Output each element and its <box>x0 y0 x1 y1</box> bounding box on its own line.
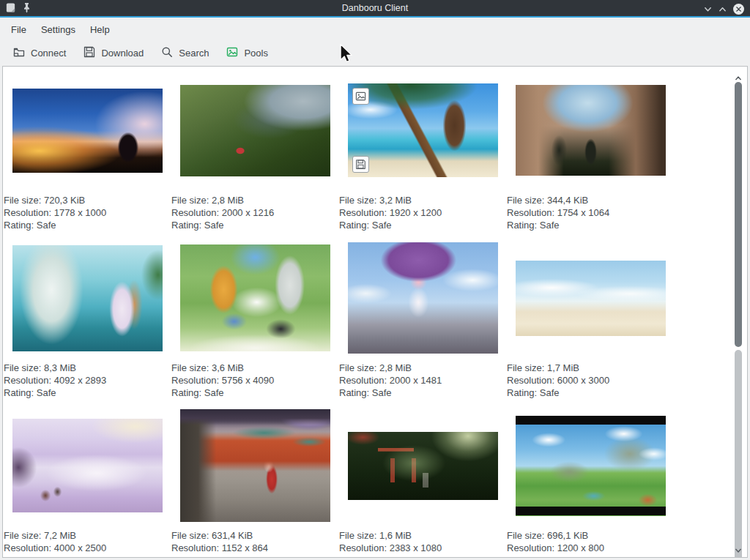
resolution-line: Resolution: 1200 x 800 <box>507 542 675 554</box>
search-button[interactable]: Search <box>155 42 215 64</box>
titlebar: Danbooru Client <box>0 0 750 18</box>
scroll-up-arrow-icon[interactable] <box>735 72 742 79</box>
post-thumbnail-box <box>4 407 171 524</box>
rating-line: Rating: Safe <box>171 387 339 399</box>
post-thumbnail-two-girls-picnic[interactable] <box>180 244 330 351</box>
minimize-button[interactable] <box>704 5 712 13</box>
resolution-line-label: Resolution: <box>4 375 51 386</box>
file-size-line-value: 696,1 KiB <box>547 530 588 541</box>
download-button[interactable]: Download <box>78 42 149 64</box>
file-size-line: File size: 1,6 MiB <box>339 529 507 542</box>
resolution-line: Resolution: 2383 x 1080 <box>339 542 507 554</box>
post-thumbnail-purple-snowy-mountain-hikers[interactable] <box>12 419 163 512</box>
rating-line-value: Safe <box>204 220 224 231</box>
file-size-line-value: 2,8 MiB <box>212 195 244 206</box>
file-size-line-value: 720,3 KiB <box>44 195 85 206</box>
scrollbar-groove[interactable] <box>735 350 742 558</box>
file-size-line-label: File size: <box>339 195 376 206</box>
file-size-line-label: File size: <box>507 530 544 541</box>
file-size-line-value: 8,3 MiB <box>44 362 76 373</box>
post-thumbnail-white-tornado-dragon-girl[interactable] <box>12 245 163 351</box>
close-button[interactable] <box>733 4 744 15</box>
file-size-line-value: 631,4 KiB <box>212 530 253 541</box>
post-thumbnail-dark-forest-torii-light[interactable] <box>348 432 498 500</box>
rating-line-value: Safe <box>372 387 392 398</box>
rating-line: Rating: Safe <box>4 387 171 399</box>
resolution-line-label: Resolution: <box>4 207 51 218</box>
scroll-down-arrow-icon[interactable] <box>735 544 742 551</box>
file-size-line-label: File size: <box>339 530 376 541</box>
post-thumbnail-green-plains-stone-arches-letterbox[interactable] <box>516 416 666 516</box>
rating-line-label: Rating: <box>171 387 201 398</box>
post-thumbnail-purple-parasol-girl-rocks[interactable] <box>348 242 498 354</box>
post-thumbnail-box <box>171 239 339 356</box>
rating-line-value: Safe <box>540 555 560 558</box>
menu-file[interactable]: File <box>4 21 34 38</box>
file-size-line-value: 3,2 MiB <box>379 195 412 206</box>
menu-help[interactable]: Help <box>83 21 117 38</box>
pools-button[interactable]: Pools <box>220 42 274 64</box>
post-thumbnail-red-shrine-miko-dusk[interactable] <box>180 409 330 522</box>
resolution-line-label: Resolution: <box>507 375 554 386</box>
post-caption: File size: 3,6 MiBResolution: 5756 x 409… <box>171 362 339 399</box>
post-thumbnail-box <box>339 239 507 356</box>
resolution-line-value: 2383 x 1080 <box>390 542 442 553</box>
resolution-line-label: Resolution: <box>507 542 554 553</box>
rating-line-label: Rating: <box>339 555 369 558</box>
scrollbar-thumb[interactable] <box>735 82 742 347</box>
post-thumbnail-sunset-horizon-girl-silhouette[interactable] <box>12 89 163 173</box>
post-thumbnail-beach-palm-girl[interactable] <box>348 83 498 177</box>
resolution-line-value: 1754 x 1064 <box>557 207 610 218</box>
resolution-line: Resolution: 4000 x 2500 <box>4 542 171 554</box>
resolution-line-label: Resolution: <box>171 375 219 386</box>
post-grid: File size: 720,3 KiBResolution: 1778 x 1… <box>4 72 675 558</box>
menu-settings[interactable]: Settings <box>34 21 83 38</box>
post-caption: File size: 1,6 MiBResolution: 2383 x 108… <box>339 529 507 558</box>
rating-line-label: Rating: <box>171 555 201 558</box>
file-size-line-label: File size: <box>171 195 209 206</box>
rating-line: Rating: Safe <box>339 554 507 558</box>
post-card: File size: 1,7 MiBResolution: 6000 x 300… <box>507 239 675 407</box>
resolution-line: Resolution: 1754 x 1064 <box>507 206 675 219</box>
vertical-scrollbar[interactable] <box>734 67 743 557</box>
resolution-line: Resolution: 1920 x 1200 <box>339 206 507 219</box>
rating-line-value: Safe <box>37 555 56 558</box>
file-size-line-label: File size: <box>4 362 41 373</box>
post-card: File size: 8,3 MiBResolution: 4092 x 289… <box>4 239 171 407</box>
connect-label: Connect <box>31 48 66 59</box>
download-image-button[interactable] <box>352 156 369 173</box>
post-thumbnail-canyon-cliff-figures[interactable] <box>516 85 666 176</box>
file-size-line: File size: 344,4 KiB <box>507 194 675 206</box>
post-thumbnail-box <box>339 407 507 524</box>
file-size-line-value: 7,2 MiB <box>44 530 76 541</box>
post-thumbnail-pale-sky-sand-dunes[interactable] <box>516 261 666 336</box>
rating-line: Rating: Safe <box>507 387 675 399</box>
resolution-line-value: 1200 x 800 <box>557 542 604 553</box>
search-label: Search <box>179 48 209 59</box>
toolbar: Connect Download Search Po <box>0 40 750 66</box>
connect-button[interactable]: Connect <box>7 42 72 64</box>
file-size-line-value: 344,4 KiB <box>547 195 588 206</box>
rating-line-value: Safe <box>372 555 392 558</box>
resolution-line-label: Resolution: <box>339 207 387 218</box>
post-card: File size: 3,2 MiBResolution: 1920 x 120… <box>339 72 507 239</box>
resolution-line-label: Resolution: <box>507 207 554 218</box>
resolution-line: Resolution: 2000 x 1216 <box>171 206 339 219</box>
resolution-line-value: 4000 x 2500 <box>54 542 107 553</box>
resolution-line-label: Resolution: <box>4 542 51 553</box>
file-size-line: File size: 696,1 KiB <box>507 529 675 542</box>
post-grid-view: File size: 720,3 KiBResolution: 1778 x 1… <box>2 66 748 558</box>
file-size-line: File size: 2,8 MiB <box>171 194 339 206</box>
file-size-line: File size: 7,2 MiB <box>4 529 171 542</box>
file-size-line-label: File size: <box>339 362 376 373</box>
rating-line-label: Rating: <box>507 555 537 558</box>
resolution-line: Resolution: 1778 x 1000 <box>4 206 171 219</box>
resolution-line: Resolution: 4092 x 2893 <box>4 374 171 387</box>
post-caption: File size: 7,2 MiBResolution: 4000 x 250… <box>4 529 171 558</box>
post-caption: File size: 2,8 MiBResolution: 2000 x 121… <box>171 194 339 231</box>
view-image-button[interactable] <box>352 88 369 105</box>
save-icon <box>83 46 95 60</box>
maximize-button[interactable] <box>719 5 727 13</box>
file-size-line: File size: 720,3 KiB <box>4 194 171 206</box>
post-thumbnail-forest-mountain-valley[interactable] <box>180 85 330 176</box>
